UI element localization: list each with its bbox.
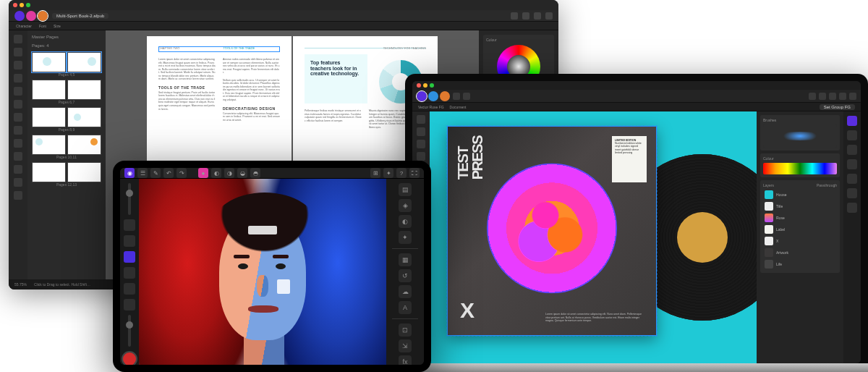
doc-tab[interactable]: Vector Rose FG [418, 105, 444, 109]
smudge-tool-icon[interactable] [124, 299, 135, 310]
history-studio-icon[interactable]: ↺ [399, 269, 412, 282]
publisher-persona-icon[interactable] [38, 11, 48, 21]
colour-panel[interactable]: Colour [760, 153, 840, 177]
move-tool-icon[interactable] [124, 219, 135, 231]
page-spread-thumb[interactable]: Pages 12,13 [32, 162, 101, 187]
persona-switcher[interactable] [417, 91, 450, 101]
brushes-panel[interactable]: Brushes [760, 115, 840, 151]
move-tool-icon[interactable] [14, 35, 22, 43]
brush-width-slider[interactable] [128, 183, 131, 215]
history-dock-icon[interactable] [847, 130, 857, 140]
text-tool-icon[interactable] [14, 61, 22, 69]
designer-persona-icon[interactable] [417, 91, 427, 101]
layer-row[interactable]: House [763, 189, 837, 200]
persona-develop-icon[interactable]: ◑ [224, 168, 234, 178]
zoom-tool-icon[interactable] [14, 178, 22, 187]
boolean-intersect-icon[interactable] [849, 93, 856, 100]
context-pill[interactable]: Set Group FG [820, 104, 855, 110]
minimize-icon[interactable] [423, 83, 427, 88]
photo-canvas[interactable] [139, 179, 386, 365]
fx-studio-icon[interactable]: fx [399, 355, 412, 365]
boolean-subtract-icon[interactable] [839, 93, 846, 100]
fullscreen-icon[interactable]: ⛶ [409, 168, 420, 178]
export-persona-icon[interactable] [440, 91, 450, 101]
layer-row[interactable]: Life [763, 258, 837, 270]
pen-tool-icon[interactable] [417, 152, 425, 161]
redo-icon[interactable]: ↷ [176, 168, 187, 178]
frame-text-tool-icon[interactable] [14, 74, 22, 83]
open-icon[interactable] [463, 93, 470, 100]
erase-tool-icon[interactable] [124, 267, 135, 279]
layer-row[interactable]: Artwork [763, 247, 837, 258]
table-tool-icon[interactable] [14, 87, 22, 96]
document-menu-icon[interactable]: ☰ [137, 168, 148, 178]
ellipse-tool-icon[interactable] [14, 126, 22, 135]
edit-menu-icon[interactable]: ✎ [150, 168, 161, 178]
character-dock-icon[interactable] [847, 174, 857, 184]
layers-panel[interactable]: Layers Passthrough House Title Rose Labe… [760, 180, 840, 273]
persona-export-icon[interactable]: ◓ [250, 168, 260, 178]
page-header[interactable]: CHAPTER TWO TOOLS OF THE TRADE [158, 46, 280, 52]
pen-tool-icon[interactable] [14, 100, 22, 109]
paint-brush-tool-icon[interactable] [124, 251, 135, 263]
hue-slider[interactable] [763, 163, 837, 174]
new-icon[interactable] [453, 93, 460, 100]
pixel-persona-icon[interactable] [428, 91, 438, 101]
album-corner-mark[interactable]: X [460, 298, 475, 323]
designer-persona-icon[interactable] [14, 11, 25, 21]
snapping-icon[interactable]: ⊞ [370, 168, 380, 178]
fill-tool-icon[interactable] [124, 283, 135, 295]
navigator-dock-icon[interactable] [847, 145, 857, 155]
undo-icon[interactable]: ↶ [163, 168, 174, 178]
snapping-icon[interactable] [809, 93, 816, 100]
preview-icon[interactable] [511, 12, 518, 20]
arrange-icon[interactable] [534, 12, 541, 20]
album-sticker[interactable]: LIMITED EDITION Numbered edition white v… [612, 136, 647, 182]
layer-row[interactable]: X [763, 235, 837, 247]
designer-canvas[interactable]: TEST PRESS LIMITED EDITION Numbered edit… [430, 111, 757, 363]
persona-switcher[interactable] [14, 11, 48, 21]
help-icon[interactable]: ? [396, 168, 407, 178]
assets-dock-icon[interactable] [847, 116, 857, 126]
close-icon[interactable] [417, 83, 421, 88]
primary-colour-chip[interactable] [122, 351, 137, 365]
persona-liquify-icon[interactable]: ◐ [211, 168, 221, 178]
transform-dock-icon[interactable] [847, 159, 857, 169]
assistant-icon[interactable]: ✦ [383, 168, 393, 178]
boolean-add-icon[interactable] [829, 93, 836, 100]
align-icon[interactable] [819, 93, 826, 100]
align-icon[interactable] [545, 12, 553, 20]
brush-preview[interactable] [763, 124, 837, 148]
maximize-icon[interactable] [430, 83, 434, 88]
maximize-icon[interactable] [26, 3, 30, 7]
album-sleeve-artwork[interactable]: TEST PRESS LIMITED EDITION Numbered edit… [447, 126, 657, 336]
move-tool-icon[interactable] [417, 115, 425, 124]
preflight-icon[interactable] [522, 12, 529, 20]
stock-studio-icon[interactable]: ☁ [399, 285, 412, 298]
photo-persona-icon[interactable] [26, 11, 36, 21]
page-spread-thumb[interactable]: Pages 4,5 [32, 52, 101, 77]
album-title[interactable]: TEST PRESS [457, 136, 484, 181]
brushes-studio-icon[interactable]: ✦ [399, 231, 412, 244]
page-spread-thumb[interactable]: Pages 6,7 [32, 80, 101, 104]
picture-frame-tool-icon[interactable] [14, 139, 22, 148]
home-icon[interactable]: ◉ [124, 168, 135, 178]
channels-studio-icon[interactable]: ▦ [399, 253, 412, 266]
brush-opacity-slider[interactable] [128, 315, 131, 347]
node-tool-icon[interactable] [417, 127, 425, 136]
persona-tone-icon[interactable]: ◒ [237, 168, 247, 178]
styles-dock-icon[interactable] [847, 203, 857, 213]
page-spread-thumb[interactable]: Pages 10,11 [32, 135, 101, 159]
close-icon[interactable] [13, 3, 17, 7]
layer-row[interactable]: Rose [763, 212, 837, 224]
layer-row[interactable]: Title [763, 200, 837, 212]
document-tab[interactable]: Multi-Sport Book-2.afpub [52, 13, 109, 19]
adjustments-studio-icon[interactable]: ◐ [399, 215, 412, 228]
rose-artwork[interactable] [487, 163, 617, 293]
fill-tool-icon[interactable] [14, 152, 22, 161]
pan-tool-icon[interactable] [14, 191, 22, 200]
node-tool-icon[interactable] [14, 48, 22, 56]
portrait-artwork[interactable] [139, 179, 386, 365]
paragraph-dock-icon[interactable] [847, 188, 857, 198]
vector-crop-tool-icon[interactable] [14, 165, 22, 174]
